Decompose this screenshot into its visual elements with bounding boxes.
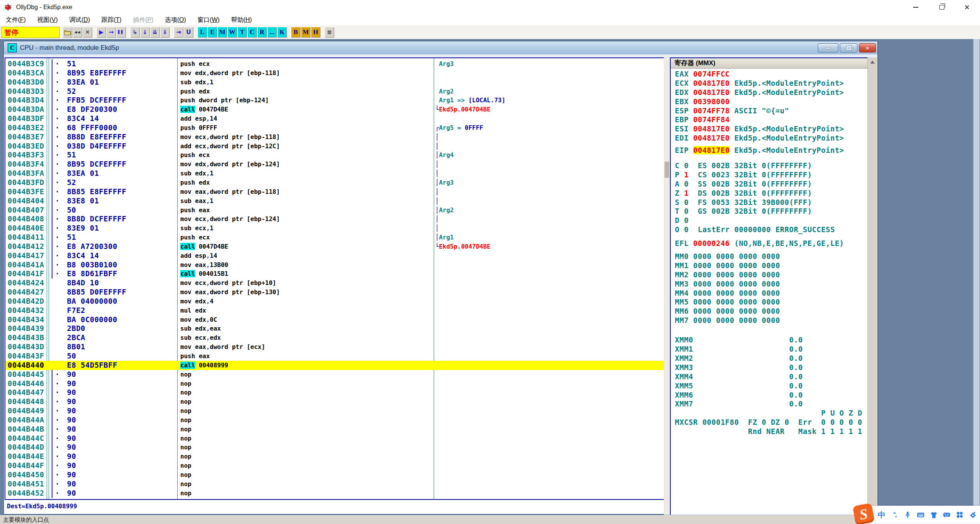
sogou-logo-icon[interactable]: S [853, 503, 875, 524]
disasm-row[interactable]: 0044B3FE·8B85 E8FEFFFFmov eax,dword ptr … [5, 187, 664, 196]
register-line[interactable]: MM0 0000 0000 0000 0000 [675, 252, 867, 261]
register-line[interactable]: A 0 SS 002B 32Bit 0(FFFFFFFF) [675, 180, 867, 189]
register-line[interactable]: MM7 0000 0000 0000 0000 [675, 316, 867, 325]
register-line[interactable]: P U O Z D [675, 409, 867, 418]
disasm-row[interactable]: 0044B44F·90nop [5, 461, 664, 470]
restart-button[interactable]: ◀◀ [73, 27, 82, 38]
register-line[interactable]: XMM7 0.0 [675, 400, 867, 409]
register-line[interactable]: XMM4 0.0 [675, 372, 867, 382]
menu-item[interactable]: 插件(P) [127, 15, 159, 25]
register-line[interactable]: XMM5 0.0 [675, 382, 867, 391]
register-line[interactable]: EBX 00398000 [675, 97, 867, 106]
keyboard-icon[interactable] [916, 510, 925, 519]
register-line[interactable]: P 1 CS 0023 32Bit 0(FFFFFFFF) [675, 170, 867, 180]
options-list-button[interactable]: ≡ [325, 27, 334, 38]
close-button[interactable]: × [956, 0, 978, 15]
register-line[interactable]: EFL 00000246 (NO,NB,E,BE,NS,PE,GE,LE) [675, 239, 867, 248]
punctuation-toggle-icon[interactable]: °, [890, 510, 899, 519]
log-window-button[interactable]: L [198, 27, 207, 38]
disassembly-pane[interactable]: 0044B3C9·51push ecx Arg30044B3CA·8B95 E8… [5, 57, 664, 499]
disasm-row[interactable]: 0044B445·90nop [5, 370, 664, 379]
register-line[interactable]: MM3 0000 0000 0000 0000 [675, 280, 867, 289]
menu-item[interactable]: 文件(F) [0, 15, 31, 25]
disasm-row[interactable]: 0044B404·83E8 01sub eax,1│ [5, 196, 664, 206]
disasm-row[interactable]: 0044B4278B85 D0FEFFFFmov eax,dword ptr [… [5, 288, 664, 297]
references-window-button[interactable]: R [257, 27, 267, 38]
register-line[interactable]: S 0 FS 0053 32Bit 39B000(FFF) [675, 198, 867, 207]
toolbox-gear-icon[interactable] [968, 510, 977, 519]
step-over-button[interactable]: ↓ [140, 27, 150, 38]
disasm-row[interactable]: 0044B452·90nop [5, 489, 664, 498]
register-line[interactable]: XMM1 0.0 [675, 345, 867, 354]
trace-into-button[interactable]: ⇊ [150, 27, 160, 38]
register-line[interactable]: ESI 004817E0 Ekd5p.<ModuleEntryPoint> [675, 124, 867, 134]
more-windows-button[interactable]: ... [267, 27, 277, 38]
register-line[interactable]: XMM2 0.0 [675, 354, 867, 363]
disasm-row[interactable]: 0044B3FD·52push edx│Arg3 [5, 178, 664, 187]
disasm-row[interactable]: 0044B446·90nop [5, 379, 664, 388]
cpu-window-button[interactable]: C [247, 27, 257, 38]
disasm-row[interactable]: 0044B44D·90nop [5, 443, 664, 452]
menu-item[interactable]: 选项(O) [159, 15, 192, 25]
cpu-minimize-button[interactable] [818, 43, 838, 52]
disasm-row[interactable]: 0044B44B·90nop [5, 425, 664, 434]
scrollbar-thumb[interactable] [665, 162, 669, 178]
memory-window-button[interactable]: M [217, 27, 227, 38]
menu-item[interactable]: 跟踪(T) [96, 15, 127, 25]
disasm-row[interactable]: 0044B44C·90nop [5, 434, 664, 443]
disasm-row[interactable]: 0044B4248B4D 10mov ecx,dword ptr [ebp+10… [5, 278, 664, 288]
disasm-row[interactable]: 0044B43D8B01mov eax,dword ptr [ecx] [5, 342, 664, 352]
register-line[interactable]: EAX 0074FFCC [675, 70, 867, 79]
call-stack-button[interactable]: K [277, 27, 287, 38]
microphone-icon[interactable] [903, 510, 912, 519]
mdi-scrollbar[interactable] [973, 39, 980, 515]
register-line[interactable]: MM5 0000 0000 0000 0000 [675, 298, 867, 307]
disasm-row[interactable]: 0044B40E·83E9 01sub ecx,1│ [5, 224, 664, 233]
register-line[interactable]: XMM6 0.0 [675, 391, 867, 400]
memory-map-button[interactable]: M [301, 27, 310, 38]
disasm-row[interactable]: 0044B434BA 0C000000mov edx,0C [5, 315, 664, 324]
disasm-row[interactable]: 0044B432F7E2mul edx [5, 306, 664, 315]
disasm-row[interactable]: 0044B447·90nop [5, 388, 664, 397]
disasm-row[interactable]: 0044B448·90nop [5, 397, 664, 406]
disasm-row[interactable]: 0044B4392BD0sub edx,eax [5, 324, 664, 333]
register-line[interactable]: EDX 004817E0 Ekd5p.<ModuleEntryPoint> [675, 88, 867, 97]
cpu-close-button[interactable]: × [859, 43, 876, 52]
disasm-row[interactable]: 0044B451·90nop [5, 480, 664, 489]
restore-button[interactable] [931, 0, 952, 15]
disasm-row[interactable]: 0044B440E8 54D5FBFFcall 00408999 [5, 361, 664, 370]
menu-item[interactable]: 视图(V) [31, 15, 63, 25]
minimize-button[interactable] [905, 0, 926, 15]
register-line[interactable]: EIP 004817E0 Ekd5p.<ModuleEntryPoint> [675, 146, 867, 155]
registers-pane[interactable]: 寄存器 (MMX) EAX 0074FFCCECX 004817E0 Ekd5p… [670, 57, 867, 515]
register-line[interactable]: T 0 GS 002B 32Bit 0(FFFFFFFF) [675, 207, 867, 216]
register-line[interactable]: ECX 004817E0 Ekd5p.<ModuleEntryPoint> [675, 79, 867, 88]
threads-window-button[interactable]: T [237, 27, 247, 38]
register-line[interactable]: MXCSR 00001F80 FZ 0 DZ 0 Err 0 0 0 0 0 [675, 418, 867, 427]
register-line[interactable]: D 0 [675, 216, 867, 225]
disasm-row[interactable]: 0044B43B2BCAsub ecx,edx [5, 333, 664, 342]
disasm-row[interactable]: 0044B412·E8 A7200300call 0047D4BE└Ekd5p.… [5, 242, 664, 251]
cpu-restore-button[interactable] [840, 43, 858, 52]
disasm-row[interactable]: 0044B408·8B8D DCFEFFFFmov ecx,dword ptr … [5, 215, 664, 224]
execute-till-return-button[interactable]: ⇥ [174, 27, 183, 38]
apps-grid-icon[interactable] [955, 510, 964, 519]
disasm-row[interactable]: 0044B3F4·8B95 DCFEFFFFmov edx,dword ptr … [5, 160, 664, 169]
register-line[interactable]: MM1 0000 0000 0000 0000 [675, 261, 867, 270]
run-thread-button[interactable]: → [106, 27, 116, 38]
disasm-row[interactable]: 0044B449·90nop [5, 406, 664, 416]
open-file-button[interactable] [63, 27, 72, 38]
register-line[interactable]: C 0 ES 002B 32Bit 0(FFFFFFFF) [675, 161, 867, 170]
disasm-row[interactable]: 0044B3C9·51push ecx Arg3 [5, 59, 664, 69]
disasm-row[interactable]: 0044B3E2·68 FFFF0000push 0FFFF┌Arg5 = 0F… [5, 123, 664, 133]
disasm-row[interactable]: 0044B407·50push eax│Arg2 [5, 206, 664, 215]
disasm-row[interactable]: 0044B411·51push ecx│Arg1 [5, 233, 664, 242]
emoji-gamepad-icon[interactable] [942, 510, 951, 519]
register-line[interactable]: EDI 004817E0 Ekd5p.<ModuleEntryPoint> [675, 134, 867, 143]
disasm-row[interactable]: 0044B3DA·E8 DF200300call 0047D4BE└Ekd5p.… [5, 105, 664, 114]
trace-over-button[interactable]: ⇓ [160, 27, 170, 38]
disasm-row[interactable]: 0044B3DF·83C4 14add esp,14 [5, 114, 664, 123]
disasm-row[interactable]: 0044B3E7·8B8D E8FEFFFFmov ecx,dword ptr … [5, 133, 664, 142]
disasm-row[interactable]: 0044B3D4·FFB5 DCFEFFFFpush dword ptr [eb… [5, 96, 664, 105]
registers-scrollbar[interactable] [867, 57, 877, 515]
